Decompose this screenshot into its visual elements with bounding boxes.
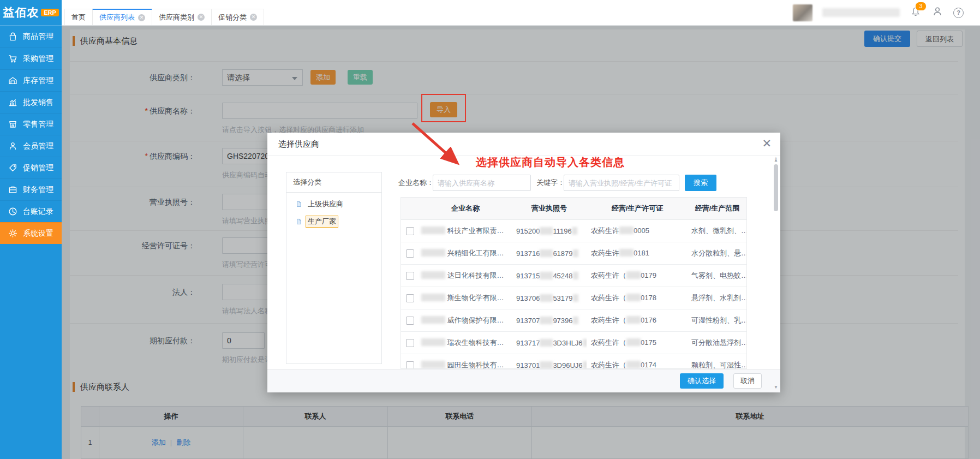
row-checkbox[interactable] — [406, 272, 414, 280]
checkbox-cell — [401, 265, 419, 287]
row-checkbox[interactable] — [406, 294, 414, 302]
row-checkbox[interactable] — [406, 249, 414, 258]
redacted-blur — [540, 272, 553, 279]
confirm-select-button[interactable]: 确认选择 — [680, 373, 724, 389]
supplier-row: 兴精细化工有限…91371661879农药生许0181水分散粒剂、悬… — [401, 242, 746, 265]
inventory-icon — [8, 75, 18, 86]
sidebar-item-member[interactable]: 会员管理 — [0, 135, 62, 157]
supplier-table-container: 企业名称营业执照号经营/生产许可证经营/生产范围 科技产业有限责…9152001… — [401, 197, 747, 369]
tab-home[interactable]: 首页 — [64, 9, 93, 25]
company-name-cell: 科技产业有限责… — [419, 220, 512, 242]
checkbox-cell — [401, 242, 419, 265]
redacted-blur — [540, 227, 553, 235]
avatar[interactable] — [793, 4, 812, 21]
supplier-col-header: 营业执照号 — [512, 198, 587, 220]
supplier-col-header: 经营/生产许可证 — [587, 198, 688, 220]
sidebar-item-finance[interactable]: 财务管理 — [0, 178, 62, 200]
ledger-icon — [8, 206, 18, 217]
logo-erp-badge: ERP — [41, 9, 59, 16]
sidebar-item-ledger[interactable]: 台账记录 — [0, 200, 62, 222]
logo-text: 益佰农 — [3, 5, 39, 20]
tab-close-icon[interactable]: ✕ — [250, 14, 257, 21]
license-cell: 91370653179 — [512, 287, 587, 309]
redacted-blur — [626, 361, 641, 368]
redacted-blur — [421, 226, 445, 234]
supplier-row: 瑞农生物科技有…9137173D3HLJ6农药生许（0175可分散油悬浮剂… — [401, 332, 746, 354]
select-supplier-modal: 选择供应商 ✕ 选择分类 上级供应商生产厂家 ▲ 企业名称： 关键字： 搜索 企… — [267, 133, 780, 392]
redacted-blur — [573, 294, 578, 302]
license-cell: 91371545248 — [512, 265, 587, 287]
sidebar-item-label: 促销管理 — [23, 163, 53, 173]
annotation-highlight-rect — [421, 94, 466, 122]
company-name-cell: 瑞农生物科技有… — [419, 332, 512, 354]
row-checkbox[interactable] — [406, 339, 414, 347]
permit-cell: 农药生许（0179 — [587, 265, 688, 287]
help-icon[interactable]: ? — [953, 8, 964, 18]
tab-label: 首页 — [71, 10, 86, 25]
company-name-cell: 斯生物化学有限… — [419, 287, 512, 309]
user-profile-icon[interactable] — [931, 5, 943, 20]
scrollbar-thumb[interactable] — [774, 164, 778, 211]
sidebar-item-wholesale[interactable]: 批发销售 — [0, 91, 62, 113]
scope-cell: 水剂、微乳剂、… — [688, 220, 746, 242]
tab-close-icon[interactable]: ✕ — [198, 14, 205, 21]
redacted-blur — [573, 272, 578, 279]
goods-icon — [8, 32, 18, 42]
company-name-cell: 威作物保护有限… — [419, 309, 512, 332]
redacted-blur — [540, 294, 553, 302]
keyword-input[interactable] — [564, 175, 679, 191]
close-icon[interactable]: ✕ — [762, 137, 772, 150]
tab-label: 供应商列表 — [99, 10, 135, 25]
row-checkbox[interactable] — [406, 361, 414, 369]
sidebar-item-label: 会员管理 — [23, 141, 53, 151]
scroll-up-icon[interactable]: ▲ — [773, 158, 779, 163]
cancel-button[interactable]: 取消 — [733, 373, 762, 389]
tab-供应商列表[interactable]: 供应商列表✕ — [92, 9, 152, 25]
finance-icon — [8, 184, 18, 195]
checkbox-cell — [401, 287, 419, 309]
scroll-down-icon[interactable]: ▼ — [773, 385, 779, 390]
top-bar: 首页供应商列表✕供应商类别✕促销分类✕ 3 ? — [62, 0, 980, 26]
sidebar-item-goods[interactable]: 商品管理 — [0, 26, 62, 47]
notification-bell-icon[interactable]: 3 — [910, 5, 922, 20]
supplier-col-header: 经营/生产范围 — [688, 198, 746, 220]
supplier-col-header: 企业名称 — [419, 198, 512, 220]
supplier-row: 园田生物科技有…9137013D96UJ6农药生许（0174颗粒剂、可湿性… — [401, 354, 746, 369]
sidebar-item-promotion[interactable]: 促销管理 — [0, 157, 62, 178]
sidebar-item-retail[interactable]: 零售管理 — [0, 113, 62, 135]
row-checkbox[interactable] — [406, 317, 414, 325]
license-cell: 91520011196 — [512, 220, 587, 242]
scope-cell: 可分散油悬浮剂… — [688, 332, 746, 354]
modal-scrollbar[interactable]: ▲ ▼ — [773, 158, 779, 390]
tree-node-2[interactable]: 生产厂家 — [295, 216, 381, 228]
redacted-blur — [573, 249, 578, 257]
sidebar-item-inventory[interactable]: 库存管理 — [0, 69, 62, 91]
modal-footer: 确认选择 取消 — [267, 369, 780, 392]
tab-label: 供应商类别 — [159, 10, 194, 25]
redacted-blur — [573, 317, 578, 324]
checkbox-cell — [401, 332, 419, 354]
document-icon — [295, 200, 303, 208]
scope-cell: 气雾剂、电热蚊… — [688, 265, 746, 287]
permit-cell: 农药生许（0178 — [587, 287, 688, 309]
search-button[interactable]: 搜索 — [685, 175, 716, 191]
permit-cell: 农药生许（0175 — [587, 332, 688, 354]
company-name-label: 企业名称： — [398, 175, 434, 191]
row-checkbox[interactable] — [406, 227, 414, 235]
redacted-blur — [619, 249, 634, 257]
tree-node-1[interactable]: 上级供应商 — [295, 198, 381, 210]
redacted-blur — [626, 316, 641, 324]
annotation-note: 选择供应商自动导入各类信息 — [476, 155, 625, 170]
sidebar-item-settings[interactable]: 系统设置 — [0, 222, 62, 244]
supplier-row: 威作物保护有限…91370797396农药生许（0176可湿性粉剂、乳… — [401, 309, 746, 332]
sidebar-item-purchase[interactable]: 采购管理 — [0, 47, 62, 69]
tab-供应商类别[interactable]: 供应商类别✕ — [152, 9, 212, 25]
tab-促销分类[interactable]: 促销分类✕ — [211, 9, 264, 25]
settings-icon — [8, 228, 18, 239]
company-name-input[interactable] — [433, 175, 531, 191]
checkbox-cell — [401, 309, 419, 332]
username-redacted — [822, 8, 900, 17]
tab-close-icon[interactable]: ✕ — [138, 14, 145, 21]
tab-bar: 首页供应商列表✕供应商类别✕促销分类✕ — [65, 9, 264, 25]
sidebar-item-label: 库存管理 — [23, 76, 53, 86]
